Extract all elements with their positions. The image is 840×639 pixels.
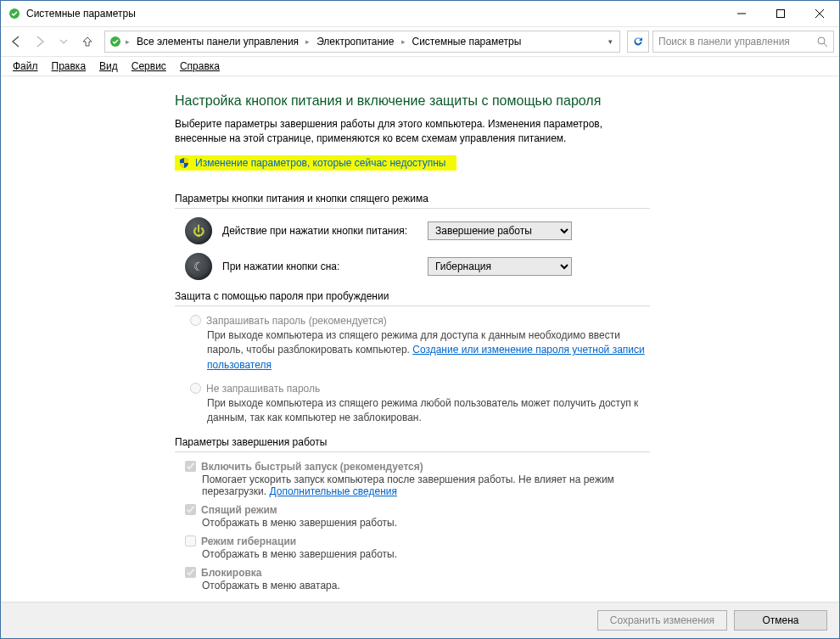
refresh-button[interactable] xyxy=(627,31,649,53)
chk-lock-label: Блокировка xyxy=(201,567,262,579)
chk-hibernate: Режим гибернации xyxy=(185,535,650,547)
svg-point-6 xyxy=(818,37,825,44)
breadcrumb[interactable]: Электропитание xyxy=(313,36,397,48)
chevron-right-icon: ▸ xyxy=(124,37,132,46)
breadcrumb[interactable]: Системные параметры xyxy=(409,36,525,48)
chk-sleep: Спящий режим xyxy=(185,504,650,516)
menu-edit[interactable]: Правка xyxy=(47,59,92,74)
section-shutdown: Параметры завершения работы xyxy=(175,436,650,452)
close-button[interactable] xyxy=(800,1,839,26)
control-panel-icon xyxy=(109,35,122,48)
cancel-button[interactable]: Отмена xyxy=(734,610,827,631)
radio-no-password-desc: При выходе компьютера из спящего режима … xyxy=(207,396,650,426)
chk-fast-startup-desc: Помогает ускорить запуск компьютера посл… xyxy=(202,474,650,497)
chk-sleep-label: Спящий режим xyxy=(201,504,277,516)
menu-service[interactable]: Сервис xyxy=(126,59,171,74)
search-placeholder: Поиск в панели управления xyxy=(658,36,790,48)
menu-file[interactable]: Файл xyxy=(8,59,43,74)
more-info-link[interactable]: Дополнительные сведения xyxy=(269,485,396,497)
radio-require-password-input xyxy=(190,315,201,326)
app-icon xyxy=(8,7,21,20)
power-button-select[interactable]: Завершение работы xyxy=(428,221,572,240)
maximize-button[interactable] xyxy=(761,1,800,26)
address-bar[interactable]: ▸ Все элементы панели управления ▸ Элект… xyxy=(104,31,620,53)
section-power-buttons: Параметры кнопки питания и кнопки спящег… xyxy=(175,193,650,209)
chk-lock-input xyxy=(185,567,196,578)
menu-bar: Файл Правка Вид Сервис Справка xyxy=(1,57,839,76)
radio-require-password-label: Запрашивать пароль (рекомендуется) xyxy=(206,315,387,327)
forward-button[interactable] xyxy=(30,31,50,52)
address-dropdown-icon[interactable]: ▾ xyxy=(605,37,616,46)
radio-no-password-input xyxy=(190,383,201,394)
chevron-right-icon: ▸ xyxy=(400,37,407,46)
menu-view[interactable]: Вид xyxy=(94,59,123,74)
chk-sleep-input xyxy=(185,504,196,515)
radio-require-password: Запрашивать пароль (рекомендуется) xyxy=(190,315,650,327)
chk-lock: Блокировка xyxy=(185,567,650,579)
back-button[interactable] xyxy=(6,31,26,52)
up-button[interactable] xyxy=(77,31,98,52)
minimize-button[interactable] xyxy=(722,1,761,26)
save-button: Сохранить изменения xyxy=(597,610,727,631)
chk-hibernate-input xyxy=(185,535,196,547)
content-area: Настройка кнопок питания и включение защ… xyxy=(1,76,839,602)
chk-hibernate-desc: Отображать в меню завершения работы. xyxy=(202,548,650,560)
chk-hibernate-label: Режим гибернации xyxy=(201,535,296,547)
sleep-button-label: При нажатии кнопки сна: xyxy=(222,261,417,272)
svg-rect-2 xyxy=(777,10,785,18)
chk-fast-startup-input xyxy=(185,461,196,472)
sleep-icon: ☾ xyxy=(185,253,212,280)
shield-icon xyxy=(178,157,190,169)
search-input[interactable]: Поиск в панели управления xyxy=(652,31,834,53)
admin-link-text: Изменение параметров, которые сейчас нед… xyxy=(195,157,446,169)
power-icon: ⏻ xyxy=(185,217,212,244)
window-controls xyxy=(722,1,839,26)
chk-lock-desc: Отображать в меню аватара. xyxy=(202,580,650,591)
recent-dropdown[interactable] xyxy=(53,31,74,52)
change-unavailable-settings-link[interactable]: Изменение параметров, которые сейчас нед… xyxy=(175,155,456,171)
section-password: Защита с помощью пароля при пробуждении xyxy=(175,290,650,306)
titlebar: Системные параметры xyxy=(1,1,839,27)
page-description: Выберите параметры завершения работы для… xyxy=(175,117,650,147)
radio-no-password-label: Не запрашивать пароль xyxy=(206,383,320,395)
breadcrumb[interactable]: Все элементы панели управления xyxy=(133,36,302,48)
chk-fast-startup: Включить быстрый запуск (рекомендуется) xyxy=(185,461,650,473)
sleep-button-select[interactable]: Гибернация xyxy=(428,257,572,276)
chevron-right-icon: ▸ xyxy=(304,37,311,46)
chk-fast-startup-label: Включить быстрый запуск (рекомендуется) xyxy=(201,461,423,473)
menu-help[interactable]: Справка xyxy=(175,59,225,74)
power-button-row: ⏻ Действие при нажатии кнопки питания: З… xyxy=(185,217,650,244)
radio-require-password-desc: При выходе компьютера из спящего режима … xyxy=(207,328,650,373)
svg-line-7 xyxy=(824,43,827,47)
search-icon xyxy=(817,36,828,48)
window-title: Системные параметры xyxy=(26,8,722,20)
power-button-label: Действие при нажатии кнопки питания: xyxy=(222,225,417,237)
radio-no-password: Не запрашивать пароль xyxy=(190,383,650,395)
page-title: Настройка кнопок питания и включение защ… xyxy=(175,93,650,109)
nav-bar: ▸ Все элементы панели управления ▸ Элект… xyxy=(1,27,839,57)
window: Системные параметры ▸ Все элементы панел… xyxy=(0,0,840,639)
sleep-button-row: ☾ При нажатии кнопки сна: Гибернация xyxy=(185,253,650,280)
chk-sleep-desc: Отображать в меню завершения работы. xyxy=(202,517,650,529)
footer: Сохранить изменения Отмена xyxy=(1,602,839,638)
